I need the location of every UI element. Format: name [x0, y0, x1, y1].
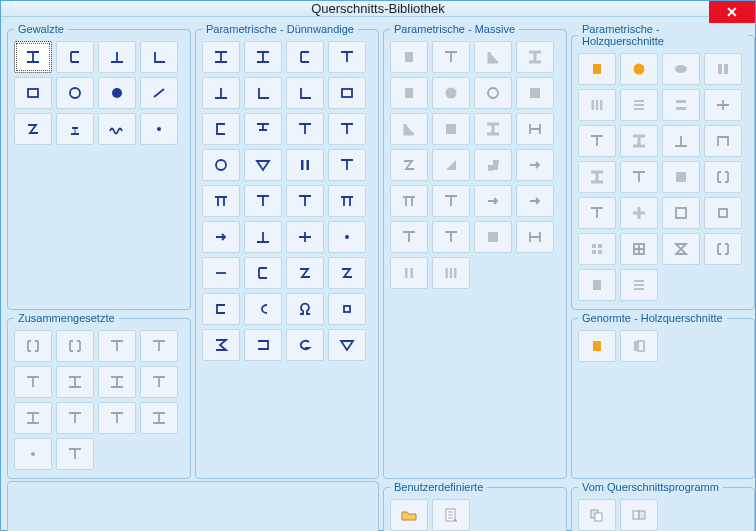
section-channel-r-button[interactable] [202, 113, 240, 145]
section-u-solid-button[interactable] [516, 77, 554, 109]
section-dash-stack-button[interactable] [620, 89, 658, 121]
section-h-bars-button[interactable] [662, 89, 700, 121]
section-bars-2-button[interactable] [390, 257, 428, 289]
section-tri-90-button[interactable] [432, 149, 470, 181]
section-i-stub-button[interactable] [244, 113, 282, 145]
section-point-symbol-button[interactable] [140, 113, 178, 145]
section-i-narrow-button[interactable] [202, 221, 240, 253]
section-channel-button[interactable] [286, 41, 324, 73]
section-i-beam-button[interactable] [14, 41, 52, 73]
section-channel-open-button[interactable] [244, 257, 282, 289]
section-tee-single-button[interactable] [56, 438, 94, 470]
section-i-flip-button[interactable] [98, 366, 136, 398]
section-plus-button[interactable] [286, 221, 324, 253]
section-round-tube-button[interactable] [56, 77, 94, 109]
section-pi-button[interactable] [202, 185, 240, 217]
section-tee-thin-button[interactable] [620, 161, 658, 193]
section-angle-open-button[interactable] [140, 77, 178, 109]
section-document-button[interactable] [432, 499, 470, 531]
section-tee-over-i-button[interactable] [98, 330, 136, 362]
section-step-button[interactable] [474, 149, 512, 181]
section-dots-button[interactable] [14, 438, 52, 470]
section-grid-diag-button[interactable] [620, 233, 658, 265]
section-ellipse-button[interactable] [662, 53, 700, 85]
section-minus-button[interactable] [202, 257, 240, 289]
section-rect-solid-button[interactable] [390, 41, 428, 73]
section-subset-button[interactable] [244, 293, 282, 325]
section-down-tri-2-button[interactable] [328, 329, 366, 361]
section-tee-pair-down-button[interactable] [14, 366, 52, 398]
section-u-thin-button[interactable] [662, 161, 700, 193]
section-rect-small-button[interactable] [328, 293, 366, 325]
section-tee-solid-button[interactable] [432, 41, 470, 73]
section-l-fill-button[interactable] [390, 113, 428, 145]
section-u-small-button[interactable] [474, 221, 512, 253]
section-channel-left-button[interactable] [56, 41, 94, 73]
section-double-bar-button[interactable] [286, 149, 324, 181]
section-i-beam-button[interactable] [202, 41, 240, 73]
section-double-pi-button[interactable] [328, 185, 366, 217]
section-i-wood-button[interactable] [620, 125, 658, 157]
section-tee-button[interactable] [328, 41, 366, 73]
section-g-shape-button[interactable] [286, 329, 324, 361]
section-tee-mirror-button[interactable] [98, 402, 136, 434]
section-rect-tube-button[interactable] [14, 77, 52, 109]
section-plus-thick-button[interactable] [704, 89, 742, 121]
section-h-narrow-button[interactable] [474, 185, 512, 217]
section-h-fill-button[interactable] [516, 113, 554, 145]
section-dot-button[interactable] [328, 221, 366, 253]
section-double-i-button[interactable] [14, 330, 52, 362]
section-double-tee-2-button[interactable] [244, 185, 282, 217]
section-tee-down-wood-button[interactable] [662, 125, 700, 157]
section-menu-bars-button[interactable] [620, 269, 658, 301]
section-bars-3-button[interactable] [432, 257, 470, 289]
section-i-beam-wide-button[interactable] [244, 41, 282, 73]
section-cross-wood-button[interactable] [620, 197, 658, 229]
section-i-thin-button[interactable] [578, 161, 616, 193]
section-i-pair-button[interactable] [56, 366, 94, 398]
section-rect-solid-button[interactable] [578, 330, 616, 362]
section-corrugated-button[interactable] [98, 113, 136, 145]
section-i-boxed-button[interactable] [140, 402, 178, 434]
section-tee-pair-fill-button[interactable] [432, 221, 470, 253]
close-button[interactable]: ✕ [709, 1, 755, 23]
section-square-small-button[interactable] [578, 269, 616, 301]
section-i-rect-button[interactable] [620, 330, 658, 362]
section-open-rect-button[interactable] [244, 329, 282, 361]
section-tee-stack-button[interactable] [140, 366, 178, 398]
section-double-box-button[interactable] [704, 197, 742, 229]
section-double-i-join-button[interactable] [56, 330, 94, 362]
section-tee-down-2-button[interactable] [244, 221, 282, 253]
section-tee-flip-button[interactable] [328, 113, 366, 145]
section-rect-tube-button[interactable] [328, 77, 366, 109]
section-tee-pair-button[interactable] [140, 330, 178, 362]
section-folder-button[interactable] [390, 499, 428, 531]
section-tee-down-button[interactable] [98, 41, 136, 73]
section-triple-bar-button[interactable] [578, 89, 616, 121]
section-grid4-button[interactable] [578, 233, 616, 265]
section-i-bracket-button[interactable] [14, 402, 52, 434]
section-z-fill-button[interactable] [390, 149, 428, 181]
section-box-wood-button[interactable] [662, 197, 700, 229]
section-double-i-wood-button[interactable] [704, 161, 742, 193]
section-square-button[interactable] [390, 77, 428, 109]
section-rect-solid-button[interactable] [578, 53, 616, 85]
section-arrow-button[interactable] [516, 149, 554, 181]
section-h-small-button[interactable] [516, 221, 554, 253]
section-cap-wood-button[interactable] [704, 125, 742, 157]
section-tee-bracket-button[interactable] [56, 402, 94, 434]
section-c-open-button[interactable] [202, 293, 240, 325]
section-round-bar-button[interactable] [98, 77, 136, 109]
section-tee-down-button[interactable] [202, 77, 240, 109]
section-z-right-button[interactable] [328, 257, 366, 289]
section-u-narrow-button[interactable] [516, 185, 554, 217]
section-circle-solid-button[interactable] [432, 77, 470, 109]
section-duplicate-button[interactable] [578, 499, 616, 531]
section-z-section-button[interactable] [14, 113, 52, 145]
section-pi-fill-button[interactable] [390, 185, 428, 217]
section-l-solid-button[interactable] [474, 41, 512, 73]
section-circle-button[interactable] [202, 149, 240, 181]
section-tee-wood-button[interactable] [578, 125, 616, 157]
section-half-circle-button[interactable] [474, 77, 512, 109]
section-circle-solid-button[interactable] [620, 53, 658, 85]
